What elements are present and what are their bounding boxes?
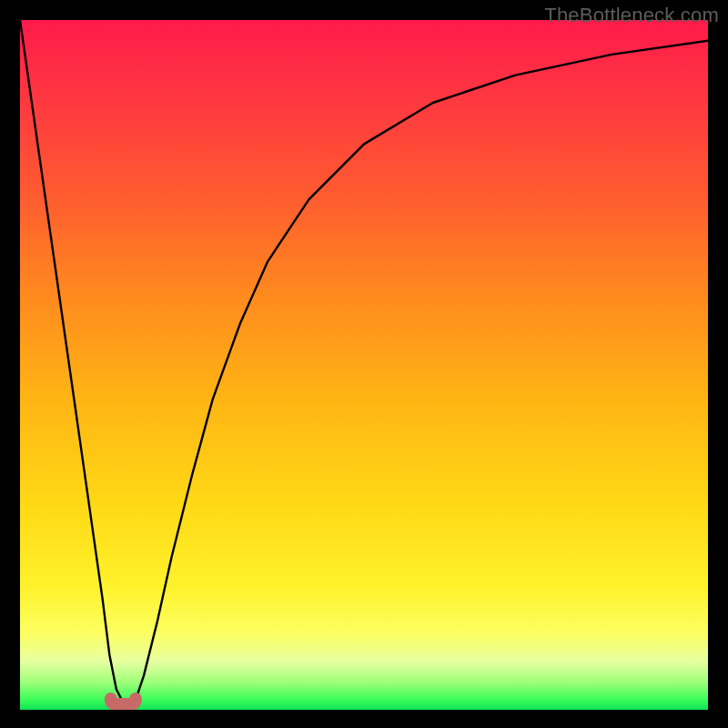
- curve-layer: [20, 20, 708, 704]
- chart-frame: TheBottleneck.com: [0, 0, 728, 728]
- optimum-marker: [111, 699, 136, 704]
- chart-svg: [20, 20, 708, 710]
- bottleneck-curve: [20, 20, 708, 703]
- plot-area: [20, 20, 708, 710]
- watermark-text: TheBottleneck.com: [544, 4, 719, 27]
